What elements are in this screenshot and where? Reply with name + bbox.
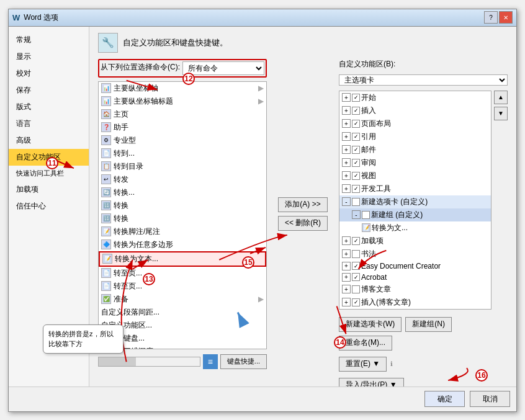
scroll-down-button[interactable]: ▼ — [494, 107, 508, 120]
expand-icon[interactable]: - — [352, 210, 361, 219]
tree-item-newgroup[interactable]: - 新建组 (自定义) — [339, 208, 491, 221]
rename-button[interactable]: 重命名(M)... — [339, 336, 392, 351]
sidebar-item-addins[interactable]: 加载项 — [9, 181, 89, 198]
list-item[interactable]: 🔢 转换 — [99, 212, 266, 225]
help-button[interactable]: ? — [484, 11, 498, 24]
tree-item-kaishi[interactable]: + 开始 — [339, 91, 491, 104]
list-item[interactable]: ✅ 准备 ▶ — [99, 293, 266, 306]
list-item[interactable]: 自定义段落间距... — [99, 306, 266, 319]
tree-item-yinyong[interactable]: + 引用 — [339, 130, 491, 143]
command-list[interactable]: 📊 主要纵坐标轴 ▶ 📊 主要纵坐标轴标题 ▶ 🏠 主页 — [98, 81, 267, 349]
expand-icon[interactable]: + — [342, 285, 351, 293]
expand-icon[interactable]: + — [342, 171, 351, 180]
list-item[interactable]: 🏠 主页 — [99, 108, 266, 121]
tree-item-devtools[interactable]: + 开发工具 — [339, 182, 491, 195]
checkbox-easydoc[interactable] — [352, 262, 360, 270]
list-item-convert-to-text[interactable]: 📝 转换为文本... — [99, 251, 266, 267]
checkbox-shenyue[interactable] — [352, 159, 360, 167]
list-item[interactable]: 📊 主要纵坐标轴标题 ▶ — [99, 95, 266, 108]
add-button[interactable]: 添加(A) >> — [278, 197, 328, 212]
checkbox-youjian[interactable] — [352, 146, 360, 154]
sidebar-item-advanced[interactable]: 高级 — [9, 132, 89, 149]
command-source-dropdown[interactable]: 所有命令 — [182, 61, 264, 75]
tree-item-charu[interactable]: + 插入 — [339, 104, 491, 117]
checkbox-pagelayout[interactable] — [352, 120, 360, 128]
list-item[interactable]: 自定义键盘... — [99, 332, 266, 345]
tree-item-pagelayout[interactable]: + 页面布局 — [339, 117, 491, 130]
checkbox-charu[interactable] — [352, 107, 360, 115]
tree-item-convert[interactable]: 📝 转换为文... — [339, 221, 491, 235]
list-item[interactable]: 📋 转到目录 — [99, 160, 266, 173]
ok-button[interactable]: 确定 — [424, 391, 465, 407]
checkbox-newtab[interactable] — [352, 198, 360, 206]
list-item[interactable]: 🔄 转换... — [99, 186, 266, 199]
checkbox-shufa[interactable] — [352, 250, 360, 258]
expand-icon[interactable]: + — [342, 262, 351, 270]
list-item[interactable]: 📄 转至页... — [99, 280, 266, 293]
checkbox-acrobat[interactable] — [352, 273, 360, 281]
sidebar-item-trust-center[interactable]: 信任中心 — [9, 198, 89, 215]
tree-item-shitu[interactable]: + 视图 — [339, 169, 491, 182]
cancel-button[interactable]: 取消 — [470, 391, 510, 407]
expand-icon[interactable]: + — [342, 106, 351, 115]
sidebar-item-language[interactable]: 语言 — [9, 115, 89, 132]
import-export-button[interactable]: 导入/导出(P) ▼ — [339, 378, 404, 386]
expand-icon[interactable]: + — [342, 273, 351, 282]
list-item[interactable]: 🔷 转换为任意多边形 — [99, 238, 266, 251]
expand-icon[interactable]: + — [342, 158, 351, 167]
checkbox-shitu[interactable] — [352, 172, 360, 180]
ribbon-tree[interactable]: + 开始 + 插入 + — [339, 91, 491, 310]
ribbon-scope-dropdown[interactable]: 主选项卡 — [339, 74, 508, 86]
tree-item-addins[interactable]: + 加载项 — [339, 235, 491, 248]
expand-icon[interactable]: + — [342, 119, 351, 128]
sidebar-item-general[interactable]: 常规 — [9, 32, 89, 48]
keyboard-shortcut-btn[interactable]: 键盘快捷... — [220, 354, 267, 369]
sidebar-item-quick-access[interactable]: 快速访问工具栏 — [9, 166, 89, 181]
tree-item-newtab[interactable]: - 新建选项卡 (自定义) — [339, 195, 491, 208]
expand-icon[interactable]: + — [342, 184, 351, 193]
close-button[interactable]: ✕ — [499, 11, 513, 24]
scroll-indicator[interactable]: ≡ — [203, 354, 218, 369]
expand-icon[interactable]: + — [342, 145, 351, 154]
horizontal-scroll[interactable] — [98, 357, 200, 367]
checkbox-kaishi[interactable] — [352, 94, 360, 102]
checkbox-blog[interactable] — [352, 285, 360, 293]
sidebar-item-save[interactable]: 保存 — [9, 82, 89, 99]
expand-icon[interactable]: + — [342, 236, 351, 245]
list-item[interactable]: ↩ 转发 — [99, 173, 266, 186]
tree-item-easydoc[interactable]: + Easy Document Creator — [339, 261, 491, 272]
list-item[interactable]: 📄 转至页... — [99, 267, 266, 280]
list-item[interactable]: 📄 转到... — [99, 147, 266, 160]
list-item[interactable]: 📝 转换脚注/尾注 — [99, 225, 266, 238]
sidebar-item-display[interactable]: 显示 — [9, 48, 89, 65]
sidebar-item-customize-ribbon[interactable]: 自定义功能区 — [9, 149, 89, 166]
tree-item-insert-blog[interactable]: + 插入(博客文章) — [339, 296, 491, 309]
expand-icon[interactable]: + — [342, 132, 351, 141]
list-item[interactable]: 自定义功能区... — [99, 319, 266, 332]
expand-icon[interactable]: - — [342, 197, 351, 206]
expand-icon[interactable]: + — [342, 298, 351, 306]
sidebar-item-proofing[interactable]: 校对 — [9, 65, 89, 82]
reset-button[interactable]: 重置(E) ▼ — [339, 357, 387, 372]
checkbox-insert-blog[interactable] — [352, 298, 360, 306]
new-group-button[interactable]: 新建组(N) — [405, 317, 452, 332]
list-item[interactable]: 📊 主要纵坐标轴 ▶ — [99, 82, 266, 95]
checkbox-addins[interactable] — [352, 237, 360, 245]
checkbox-devtools[interactable] — [352, 185, 360, 193]
new-tab-button[interactable]: 新建选项卡(W) — [339, 317, 402, 332]
expand-icon[interactable]: + — [342, 93, 351, 102]
list-item[interactable]: 🔢 转换 — [99, 199, 266, 212]
tree-item-acrobat[interactable]: + Acrobat — [339, 272, 491, 283]
tree-item-blog[interactable]: + 博客文章 — [339, 283, 491, 296]
checkbox-yinyong[interactable] — [352, 133, 360, 141]
scroll-up-button[interactable]: ▲ — [494, 91, 508, 104]
checkbox-newgroup[interactable] — [362, 211, 370, 219]
sidebar-item-layout[interactable]: 版式 — [9, 99, 89, 115]
list-item[interactable]: ⚙ 专业型 — [99, 134, 266, 147]
list-item[interactable]: ❓ 助手 — [99, 121, 266, 134]
list-item[interactable]: 自定义三维深度 — [99, 345, 266, 349]
tree-item-youjian[interactable]: + 邮件 — [339, 143, 491, 156]
expand-icon[interactable]: + — [342, 249, 351, 258]
tree-item-shufa[interactable]: + 书法 — [339, 248, 491, 261]
remove-button[interactable]: << 删除(R) — [278, 216, 328, 231]
